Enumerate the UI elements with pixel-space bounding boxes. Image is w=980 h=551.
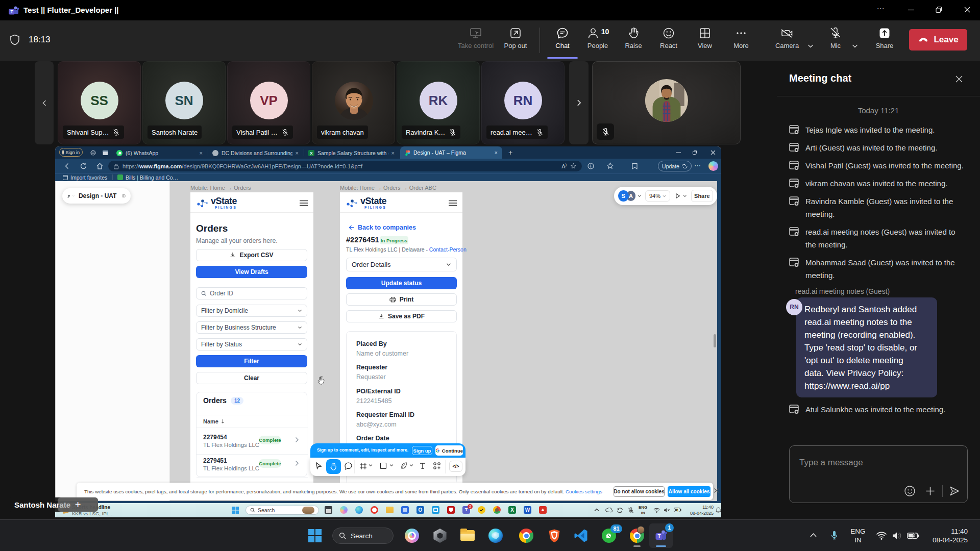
svg-text:T: T — [10, 9, 13, 14]
svg-text:T: T — [657, 534, 660, 539]
